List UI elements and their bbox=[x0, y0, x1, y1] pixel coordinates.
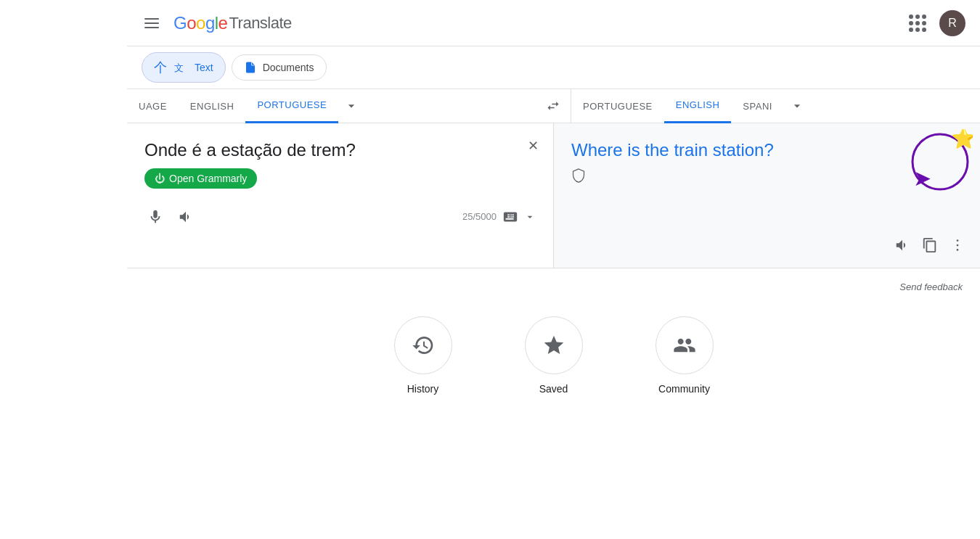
app-title: Translate bbox=[229, 14, 291, 33]
copy-btn[interactable] bbox=[919, 234, 941, 256]
char-count: 25/5000 bbox=[462, 209, 536, 225]
svg-point-4 bbox=[957, 239, 959, 242]
volume-source-btn[interactable] bbox=[175, 206, 197, 228]
community-icon bbox=[673, 334, 696, 357]
volume-output-icon bbox=[894, 237, 910, 253]
send-feedback-link[interactable]: Send feedback bbox=[899, 281, 963, 292]
google-logo: Google Translate bbox=[173, 13, 292, 33]
saved-circle bbox=[525, 316, 583, 374]
community-circle bbox=[656, 316, 714, 374]
more-options-icon bbox=[950, 237, 965, 253]
history-item[interactable]: History bbox=[394, 316, 452, 395]
english-target-btn[interactable]: ENGLISH bbox=[664, 89, 732, 123]
clear-input-btn[interactable]: ✕ bbox=[525, 135, 542, 157]
community-item[interactable]: Community bbox=[656, 316, 714, 395]
svg-point-5 bbox=[957, 244, 959, 247]
saved-icon bbox=[542, 334, 565, 357]
char-count-text: 25/5000 bbox=[462, 211, 497, 222]
svg-point-6 bbox=[957, 249, 959, 251]
mic-btn[interactable] bbox=[144, 206, 166, 228]
output-panel: Where is the train station? ⭐ ➤ bbox=[553, 123, 980, 268]
svg-text:⭐: ⭐ bbox=[951, 129, 973, 150]
history-label: History bbox=[407, 383, 439, 395]
sidebar-strip bbox=[0, 0, 127, 539]
keyboard-btn[interactable] bbox=[502, 209, 518, 225]
text-tab-label: Text bbox=[195, 62, 213, 73]
history-circle bbox=[394, 316, 452, 374]
svg-text:文: 文 bbox=[174, 62, 184, 73]
target-lang-dropdown[interactable] bbox=[784, 99, 810, 113]
swap-languages-btn[interactable] bbox=[536, 89, 571, 123]
header: Google Translate R bbox=[127, 0, 980, 46]
volume-output-btn[interactable] bbox=[891, 234, 913, 256]
mic-icon bbox=[147, 209, 163, 225]
documents-tab[interactable]: Documents bbox=[232, 54, 327, 81]
apps-icon[interactable] bbox=[905, 10, 931, 36]
volume-source-icon bbox=[178, 209, 194, 225]
bottom-icons: History Saved Community bbox=[127, 302, 980, 409]
english-source-btn[interactable]: ENGLISH bbox=[179, 89, 246, 123]
text-tab-icon: 文 bbox=[173, 60, 187, 75]
community-label: Community bbox=[658, 383, 710, 395]
more-options-btn[interactable] bbox=[947, 234, 968, 256]
saved-item[interactable]: Saved bbox=[525, 316, 583, 395]
source-text[interactable]: Onde é a estação de trem? bbox=[144, 138, 536, 162]
header-right: R bbox=[905, 10, 965, 36]
svg-text:➤: ➤ bbox=[913, 166, 931, 190]
star-annotation: ⭐ ➤ bbox=[900, 129, 973, 205]
swap-icon bbox=[546, 99, 560, 113]
documents-tab-label: Documents bbox=[263, 62, 314, 73]
keyboard-dropdown-btn[interactable] bbox=[524, 211, 536, 223]
portuguese-source-btn[interactable]: PORTUGUESE bbox=[245, 89, 338, 123]
output-actions bbox=[891, 234, 968, 256]
spanish-target-btn[interactable]: SPANI bbox=[731, 89, 784, 123]
target-lang-section: PORTUGUESE ENGLISH SPANI bbox=[571, 89, 980, 123]
grammarly-label: Open Grammarly bbox=[169, 173, 247, 184]
tabs-row: 个 文 Text Documents bbox=[127, 46, 980, 89]
detect-lang-btn[interactable]: UAGE bbox=[127, 89, 179, 123]
header-left: Google Translate bbox=[142, 13, 292, 33]
documents-icon bbox=[244, 61, 257, 74]
history-icon bbox=[412, 334, 435, 357]
translate-area: Onde é a estação de trem? ✕ ⏻ Open Gramm… bbox=[127, 123, 980, 268]
input-bottom: 25/5000 bbox=[144, 206, 536, 228]
grammarly-btn[interactable]: ⏻ Open Grammarly bbox=[144, 168, 257, 189]
language-bar: UAGE ENGLISH PORTUGUESE PORTUGUESE ENGLI… bbox=[127, 89, 980, 123]
menu-icon[interactable] bbox=[142, 15, 162, 31]
text-tab[interactable]: 个 文 Text bbox=[142, 52, 226, 83]
main-content: Google Translate R 个 文 Text bbox=[127, 0, 980, 539]
bottom-section: Send feedback History Saved bbox=[127, 268, 980, 421]
saved-label: Saved bbox=[539, 383, 568, 395]
input-panel: Onde é a estação de trem? ✕ ⏻ Open Gramm… bbox=[127, 123, 553, 268]
copy-icon bbox=[922, 237, 938, 253]
send-feedback: Send feedback bbox=[127, 280, 980, 302]
source-lang-section: UAGE ENGLISH PORTUGUESE bbox=[127, 89, 536, 123]
portuguese-target-btn[interactable]: PORTUGUESE bbox=[571, 89, 664, 123]
source-lang-dropdown[interactable] bbox=[338, 99, 364, 113]
user-avatar[interactable]: R bbox=[939, 10, 965, 36]
